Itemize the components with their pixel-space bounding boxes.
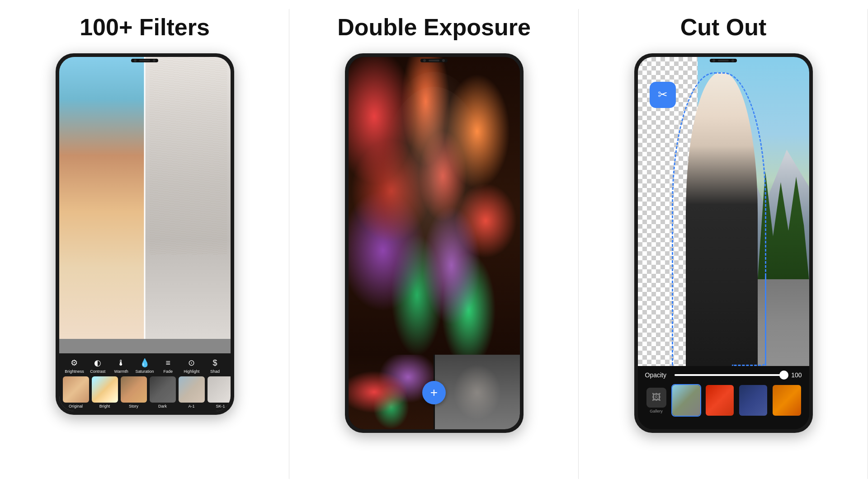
exposure-main-image: [349, 57, 520, 355]
gallery-thumb-purple[interactable]: [738, 384, 768, 417]
strip-portrait: [435, 355, 520, 429]
filter-original[interactable]: Original: [63, 376, 89, 408]
cutout-section: Cut Out: [579, 0, 868, 488]
phone-screen: ⚙ Brightness ◐ Contrast 🌡 Warmth 💧 Satur…: [59, 57, 231, 411]
dark-thumbnail: [150, 376, 176, 403]
saturation-icon: 💧: [140, 358, 150, 368]
story-thumbnail: [121, 376, 147, 403]
opacity-row: Opacity 100: [645, 371, 802, 379]
camera-dot: [134, 59, 137, 62]
brightness-icon: ⚙: [69, 358, 79, 368]
cutout-phone-frame: ✂ Opacity 100 🖼 Gallery: [634, 53, 813, 433]
exposure-section: Double Exposure: [289, 0, 579, 488]
cutout-controls-panel: Opacity 100 🖼 Gallery: [638, 366, 809, 429]
filters-toolbar: ⚙ Brightness ◐ Contrast 🌡 Warmth 💧 Satur…: [59, 353, 231, 411]
cutout-app-icon: ✂: [650, 82, 676, 108]
tiger-thumbnail: [773, 385, 801, 416]
camera-dot-4: [442, 59, 445, 62]
contrast-tool[interactable]: ◐ Contrast: [88, 358, 108, 374]
opacity-label: Opacity: [645, 371, 670, 379]
highlight-icon: ⊙: [187, 358, 197, 368]
highlight-tool[interactable]: ⊙ Highlight: [182, 358, 202, 374]
camera-dot-3: [423, 59, 426, 62]
sketch-texture: [150, 57, 227, 254]
selection-leg-right: [732, 273, 766, 366]
strip-flowers: [349, 355, 434, 429]
purple-thumbnail: [739, 385, 767, 416]
add-image-button[interactable]: +: [422, 381, 446, 404]
filter-dark[interactable]: Dark: [150, 376, 176, 408]
gallery-thumb-red[interactable]: [705, 384, 735, 417]
fade-icon: ≡: [163, 358, 173, 368]
speaker-bar-2: [429, 60, 439, 61]
filters-section: 100+ Filters: [0, 0, 289, 488]
gallery-icon: 🖼: [646, 388, 666, 408]
a1-thumbnail: [179, 376, 205, 403]
filters-title: 100+ Filters: [80, 14, 210, 41]
split-divider: [144, 57, 146, 339]
camera-dot-5: [712, 59, 715, 62]
speaker-bar: [139, 60, 150, 61]
warmth-tool[interactable]: 🌡 Warmth: [111, 358, 131, 374]
shadow-icon: $: [210, 358, 220, 368]
opacity-fill: [675, 374, 784, 376]
filter-a1[interactable]: A-1: [179, 376, 205, 408]
speaker-bar-3: [718, 60, 729, 61]
filter-thumbnails-row: Original Bright Story Dark: [59, 376, 231, 408]
cutout-main-scene: ✂: [638, 57, 809, 366]
filters-phone-frame: ⚙ Brightness ◐ Contrast 🌡 Warmth 💧 Satur…: [56, 53, 234, 415]
red-thumbnail: [706, 385, 734, 416]
opacity-value: 100: [788, 371, 802, 379]
fade-tool[interactable]: ≡ Fade: [158, 358, 178, 374]
gallery-button[interactable]: 🖼 Gallery: [645, 388, 668, 413]
cutout-title: Cut Out: [680, 14, 767, 41]
split-image-area: [59, 57, 231, 339]
gallery-thumb-road[interactable]: [671, 384, 701, 417]
exposure-phone-frame: +: [345, 53, 524, 433]
opacity-thumb: [779, 371, 788, 380]
filter-sk1[interactable]: SK-1: [208, 376, 231, 408]
camera-area: [131, 59, 158, 62]
exposure-title: Double Exposure: [337, 14, 531, 41]
camera-area-2: [420, 59, 448, 62]
gallery-row: 🖼 Gallery: [645, 384, 802, 417]
warmth-icon: 🌡: [116, 358, 126, 368]
portrait-glow: [452, 362, 503, 422]
camera-dot-2: [153, 59, 156, 62]
camera-area-3: [710, 59, 737, 62]
gallery-thumb-tiger[interactable]: [772, 384, 802, 417]
gallery-label: Gallery: [650, 409, 663, 413]
toolbar-icons-row: ⚙ Brightness ◐ Contrast 🌡 Warmth 💧 Satur…: [59, 358, 231, 374]
contrast-icon: ◐: [93, 358, 103, 368]
saturation-tool[interactable]: 💧 Saturation: [135, 358, 155, 374]
cutout-phone-screen: ✂ Opacity 100 🖼 Gallery: [638, 57, 809, 429]
bright-thumbnail: [92, 376, 118, 403]
brightness-tool[interactable]: ⚙ Brightness: [64, 358, 84, 374]
original-thumbnail: [63, 376, 89, 403]
shadow-tool[interactable]: $ Shad: [205, 358, 225, 374]
face-glow: [382, 72, 485, 235]
road-thumbnail: [672, 385, 700, 416]
photo-colored-side: [59, 57, 145, 339]
camera-dot-6: [731, 59, 734, 62]
exposure-phone-screen: +: [349, 57, 520, 429]
filter-story[interactable]: Story: [121, 376, 147, 408]
sk1-thumbnail: [208, 376, 231, 403]
filter-bright[interactable]: Bright: [92, 376, 118, 408]
opacity-slider[interactable]: [675, 374, 784, 376]
